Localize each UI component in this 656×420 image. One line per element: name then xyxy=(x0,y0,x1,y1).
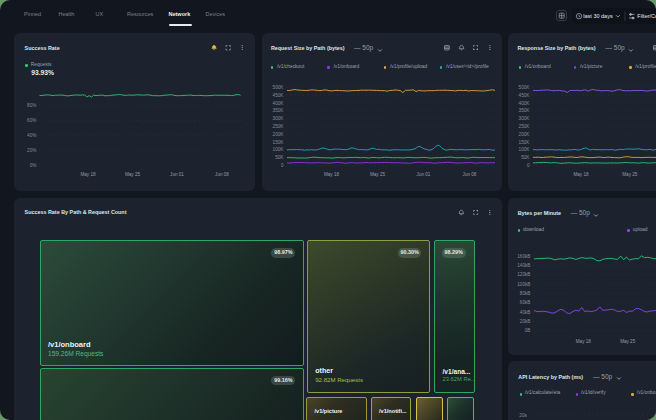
svg-text:300K: 300K xyxy=(519,116,531,121)
svg-text:May 18: May 18 xyxy=(80,173,96,178)
svg-text:400K: 400K xyxy=(519,101,531,106)
svg-text:450K: 450K xyxy=(519,93,531,98)
svg-text:40kB: 40kB xyxy=(520,310,531,315)
svg-text:200K: 200K xyxy=(272,132,284,137)
svg-text:150K: 150K xyxy=(272,140,284,145)
svg-text:200K: 200K xyxy=(519,132,531,137)
svg-text:300K: 300K xyxy=(272,116,284,121)
svg-text:Jun 08: Jun 08 xyxy=(462,173,476,178)
svg-text:80kB: 80kB xyxy=(520,291,531,296)
svg-text:350K: 350K xyxy=(519,109,531,114)
svg-text:100kB: 100kB xyxy=(517,282,530,287)
svg-text:May 25: May 25 xyxy=(620,339,636,344)
svg-text:May 18: May 18 xyxy=(576,339,592,344)
svg-text:500K: 500K xyxy=(272,85,284,90)
svg-text:350K: 350K xyxy=(272,109,284,114)
svg-text:50K: 50K xyxy=(521,155,530,160)
svg-text:0B: 0B xyxy=(525,328,531,333)
svg-text:50K: 50K xyxy=(275,155,284,160)
svg-text:May 18: May 18 xyxy=(573,173,589,178)
svg-text:20%: 20% xyxy=(27,148,36,153)
svg-text:0: 0 xyxy=(527,163,530,168)
svg-text:20s: 20s xyxy=(519,413,527,418)
svg-text:May 25: May 25 xyxy=(125,173,141,178)
svg-text:20kB: 20kB xyxy=(520,319,531,324)
svg-text:Jun 08: Jun 08 xyxy=(215,173,229,178)
svg-text:60%: 60% xyxy=(27,119,36,124)
svg-text:May 25: May 25 xyxy=(622,173,638,178)
svg-text:Jun 01: Jun 01 xyxy=(170,173,184,178)
svg-text:0%: 0% xyxy=(30,163,37,168)
svg-text:0: 0 xyxy=(280,163,283,168)
svg-text:250K: 250K xyxy=(519,124,531,129)
svg-text:May 25: May 25 xyxy=(369,173,385,178)
svg-text:100K: 100K xyxy=(272,148,284,153)
svg-text:120kB: 120kB xyxy=(517,272,530,277)
svg-text:500K: 500K xyxy=(519,85,531,90)
svg-text:250K: 250K xyxy=(272,124,284,129)
svg-text:450K: 450K xyxy=(272,93,284,98)
svg-text:160kB: 160kB xyxy=(517,254,530,259)
svg-text:60kB: 60kB xyxy=(520,300,531,305)
svg-text:40%: 40% xyxy=(27,133,36,138)
svg-text:400K: 400K xyxy=(272,101,284,106)
svg-text:100K: 100K xyxy=(519,148,531,153)
svg-text:May 18: May 18 xyxy=(323,173,339,178)
svg-text:140kB: 140kB xyxy=(517,263,530,268)
svg-text:80%: 80% xyxy=(27,104,36,109)
svg-text:150K: 150K xyxy=(519,140,531,145)
svg-text:Jun 01: Jun 01 xyxy=(416,173,430,178)
